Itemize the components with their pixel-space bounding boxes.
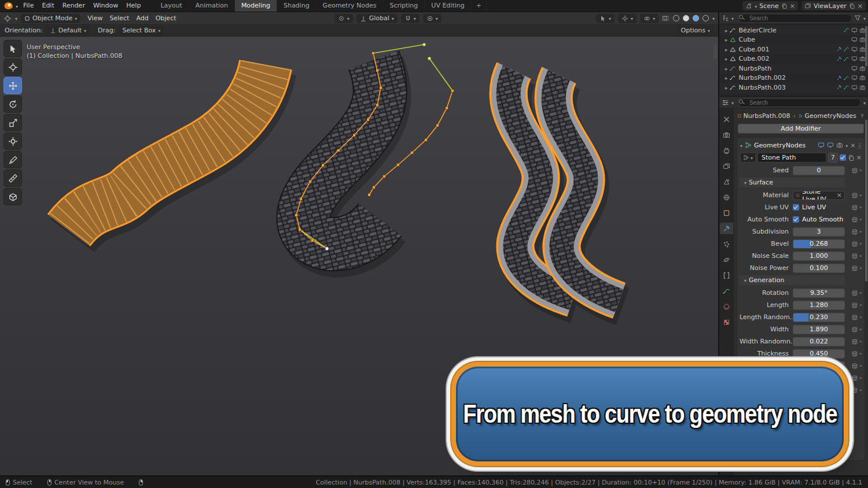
- editor-type-icon[interactable]: [3, 14, 12, 23]
- viewport-visibility-icon[interactable]: [851, 36, 858, 43]
- scene-browse-arrow-icon[interactable]: [755, 2, 757, 10]
- noise-power-field[interactable]: 0.100: [793, 264, 845, 273]
- tool-transform[interactable]: [3, 132, 22, 150]
- animate-decorator[interactable]: [845, 301, 862, 309]
- tool-measure[interactable]: [3, 169, 22, 187]
- workspace-tab-geometry-nodes[interactable]: Geometry Nodes: [317, 0, 384, 12]
- properties-tab-material[interactable]: [720, 301, 733, 312]
- bevel-field[interactable]: 0.268: [793, 239, 845, 249]
- tool-rotate[interactable]: [3, 95, 22, 113]
- animate-decorator[interactable]: [845, 204, 862, 211]
- decorator-grid-icon[interactable]: [852, 265, 858, 271]
- decorator-grid-icon[interactable]: [852, 193, 858, 198]
- decorator-grid-icon[interactable]: [852, 168, 858, 173]
- workspace-tab-modeling[interactable]: Modeling: [235, 0, 277, 12]
- animate-decorator[interactable]: [845, 228, 862, 235]
- modifier-collapse-icon[interactable]: [740, 142, 742, 149]
- animate-decorator[interactable]: [845, 289, 862, 297]
- render-visibility-icon[interactable]: [859, 65, 866, 72]
- properties-tab-modifiers[interactable]: [720, 223, 733, 234]
- object-name[interactable]: BézierCircle: [739, 27, 777, 34]
- properties-tab-texture[interactable]: [720, 316, 733, 328]
- menu-edit[interactable]: Edit: [38, 2, 58, 9]
- animate-decorator[interactable]: [845, 167, 862, 174]
- region-resize-handle[interactable]: [713, 44, 717, 59]
- properties-search-input[interactable]: [738, 98, 861, 107]
- section-header-surface[interactable]: Surface: [740, 178, 845, 187]
- properties-editor-icon[interactable]: [722, 99, 729, 106]
- render-display-icon[interactable]: [836, 142, 843, 149]
- viewport-visibility-icon[interactable]: [851, 65, 858, 72]
- shading-rendered-icon[interactable]: [703, 15, 709, 21]
- transform-orientation-dropdown[interactable]: Global: [356, 14, 398, 23]
- decorator-grid-icon[interactable]: [852, 387, 858, 393]
- decorator-grid-icon[interactable]: [852, 339, 858, 345]
- properties-scrollbar[interactable]: [865, 120, 867, 282]
- decorator-dot-icon[interactable]: [859, 240, 862, 247]
- viewport-visibility-icon[interactable]: [851, 56, 858, 62]
- overlays-dropdown[interactable]: [640, 14, 659, 23]
- shading-material-icon[interactable]: [693, 15, 699, 21]
- outliner-row[interactable]: Cube.001: [719, 45, 868, 54]
- animate-decorator[interactable]: [845, 386, 862, 394]
- decorator-dot-icon[interactable]: [859, 228, 862, 235]
- outliner-row[interactable]: NurbsPath: [719, 64, 868, 73]
- workspace-tab-layout[interactable]: Layout: [154, 0, 189, 12]
- animate-decorator[interactable]: [845, 350, 862, 357]
- object-name[interactable]: NurbsPath: [739, 65, 772, 72]
- decorator-grid-icon[interactable]: [852, 205, 858, 210]
- modifier-name[interactable]: GeometryNodes: [754, 142, 815, 149]
- properties-tab-scene[interactable]: [720, 176, 733, 187]
- animate-decorator[interactable]: [845, 216, 862, 223]
- length-random-field[interactable]: 0.230: [793, 313, 845, 322]
- edit-mode-display-icon[interactable]: [818, 142, 825, 149]
- viewport-visibility-icon[interactable]: [851, 46, 858, 53]
- properties-options-arrow-icon[interactable]: [863, 99, 866, 106]
- outliner-row[interactable]: BézierCircle: [719, 25, 868, 35]
- decorator-dot-icon[interactable]: [859, 301, 862, 309]
- modifier-drag-handle-icon[interactable]: [858, 142, 862, 149]
- shading-arrow-icon[interactable]: [712, 14, 715, 22]
- expand-arrow-icon[interactable]: [725, 65, 728, 72]
- viewport-menu-view[interactable]: View: [84, 14, 106, 22]
- node-group-browse[interactable]: [740, 153, 756, 162]
- decorator-grid-icon[interactable]: [852, 315, 858, 320]
- rotation-field[interactable]: 9.35°: [793, 289, 845, 298]
- animate-decorator[interactable]: [845, 264, 862, 272]
- mode-dropdown[interactable]: Object Mode: [21, 14, 80, 23]
- node-group-name-field[interactable]: Stone Path: [757, 153, 826, 162]
- breadcrumb-modifier[interactable]: GeometryNodes: [805, 112, 856, 120]
- properties-tab-view-layer[interactable]: [720, 160, 733, 172]
- viewport-visibility-icon[interactable]: [851, 27, 858, 34]
- new-viewlayer-icon[interactable]: [849, 3, 855, 9]
- viewport-menu-object[interactable]: Object: [152, 14, 180, 22]
- editor-type-arrow-icon[interactable]: [15, 14, 17, 22]
- decorator-grid-icon[interactable]: [852, 363, 858, 369]
- properties-tab-world[interactable]: [720, 191, 733, 203]
- decorator-grid-icon[interactable]: [852, 351, 858, 357]
- add-workspace-button[interactable]: +: [472, 0, 487, 12]
- snapping-dropdown[interactable]: [401, 14, 420, 23]
- unlink-scene-icon[interactable]: [790, 2, 795, 10]
- transform-pivot-dropdown[interactable]: [334, 14, 353, 23]
- animate-decorator[interactable]: [845, 191, 862, 199]
- object-name[interactable]: Cube.001: [739, 46, 770, 53]
- workspace-tab-shading[interactable]: Shading: [277, 0, 317, 12]
- decorator-dot-icon[interactable]: [859, 362, 862, 369]
- animate-decorator[interactable]: [845, 252, 862, 260]
- outliner-editor-icon[interactable]: [722, 14, 729, 22]
- filter-arrow-icon[interactable]: [863, 14, 866, 22]
- workspace-tab-scripting[interactable]: Scripting: [383, 0, 425, 12]
- section-header-generation[interactable]: Generation: [740, 275, 845, 285]
- tool-scale[interactable]: [3, 114, 22, 131]
- realtime-display-icon[interactable]: [827, 142, 834, 149]
- workspace-tab-animation[interactable]: Animation: [189, 0, 235, 12]
- pin-icon[interactable]: [860, 112, 865, 119]
- expand-arrow-icon[interactable]: [725, 36, 728, 43]
- new-scene-icon[interactable]: [781, 3, 788, 9]
- properties-tab-render[interactable]: [720, 129, 733, 141]
- outliner-row[interactable]: Cube: [719, 35, 868, 45]
- app-menu-arrow-icon[interactable]: [16, 2, 18, 10]
- modifier-header[interactable]: GeometryNodes: [739, 139, 863, 151]
- decorator-grid-icon[interactable]: [852, 327, 858, 332]
